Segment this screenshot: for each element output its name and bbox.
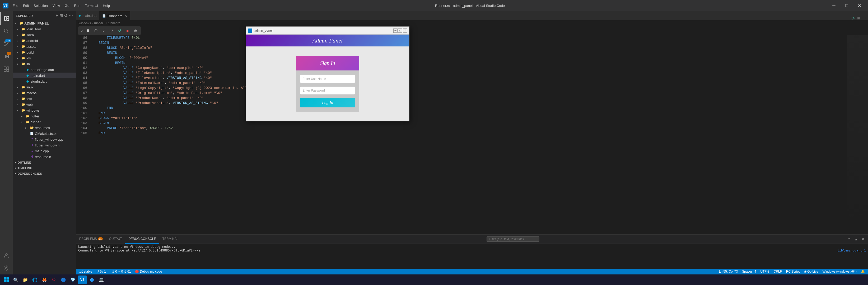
tree-item-main-dart[interactable]: ◆ main.dart (13, 73, 76, 78)
tree-item-lib[interactable]: ▾ 📂 lib (13, 61, 76, 67)
runner-rc-close-icon[interactable]: ✕ (124, 14, 127, 18)
taskbar-app1[interactable]: 💎 (69, 276, 77, 284)
status-live[interactable]: ◉ Go Live (803, 269, 819, 275)
tree-item-resources[interactable]: ▸ 📂 resources (13, 125, 76, 131)
panel-tab-terminal[interactable]: TERMINAL (159, 235, 182, 244)
status-platform[interactable]: Windows (windows-x64) (822, 269, 858, 275)
timeline-section[interactable]: ▸ TIMELINE (13, 165, 76, 171)
tree-item-macos[interactable]: ▸ 📂 macos (13, 90, 76, 96)
taskbar-files[interactable]: 📁 (21, 276, 30, 284)
debug-link[interactable]: lib\main.dart:1 (837, 249, 866, 252)
status-line-ending[interactable]: CRLF (773, 269, 783, 275)
menu-run[interactable]: Run (72, 3, 83, 9)
menu-edit[interactable]: Edit (21, 3, 31, 9)
status-language[interactable]: RC Script (785, 269, 801, 275)
run-without-debug-icon[interactable]: ▷ (851, 15, 855, 20)
code-editor[interactable]: 86 87 88 89 90 91 92 93 94 95 96 97 98 9… (76, 35, 868, 234)
debug-step-into-btn[interactable]: ↙ (100, 27, 107, 34)
taskbar-chrome[interactable]: 🔵 (59, 276, 68, 284)
menu-go[interactable]: Go (63, 3, 71, 9)
debug-restart-btn[interactable]: ↺ (116, 27, 123, 34)
refresh-icon[interactable]: ↺ (64, 13, 68, 18)
breadcrumb-runner[interactable]: runner (94, 22, 103, 25)
panel-filter-input[interactable] (487, 237, 539, 242)
debug-stop-btn[interactable]: ■ (124, 27, 131, 34)
tree-item-windows[interactable]: ▾ 📂 windows (13, 107, 76, 113)
taskbar-search[interactable]: 🔍 (11, 276, 20, 284)
menu-terminal[interactable]: Terminal (83, 3, 100, 9)
preview-password-input[interactable]: Enter Password (300, 86, 355, 95)
tree-item-idea[interactable]: ▸ 📂 .idea (13, 32, 76, 38)
menu-file[interactable]: File (10, 3, 20, 9)
debug-step-out-btn[interactable]: ↗ (108, 27, 116, 34)
menu-view[interactable]: View (51, 3, 62, 9)
close-button[interactable]: ✕ (853, 2, 865, 9)
tree-root[interactable]: ▾ 📁 ADMIN_PANEL (13, 20, 76, 26)
status-sync[interactable]: ↺ 5↓ 1↑ (95, 269, 108, 275)
preview-maximize[interactable]: □ (398, 29, 402, 33)
status-errors[interactable]: ⊗ 0 △ 0 ⊙ 61 (111, 269, 132, 275)
preview-username-input[interactable]: Enter UserName (300, 75, 355, 83)
activity-search[interactable] (0, 25, 13, 37)
preview-minimize[interactable]: ─ (393, 29, 398, 33)
menu-help[interactable]: Help (101, 3, 112, 9)
dependencies-section[interactable]: ▸ DEPENDENCIES (13, 171, 76, 176)
status-encoding[interactable]: UTF-8 (760, 269, 771, 275)
more-actions-icon[interactable]: ⋯ (862, 16, 866, 20)
tree-item-build[interactable]: ▸ 📂 build (13, 49, 76, 55)
menu-selection[interactable]: Selection (31, 3, 50, 9)
status-position[interactable]: Ln 55, Col 73 (718, 269, 739, 275)
new-folder-icon[interactable]: ⊞ (59, 13, 63, 18)
collapse-all-icon[interactable]: ⋯ (69, 13, 73, 18)
tree-item-linux[interactable]: ▸ 📂 linux (13, 84, 76, 90)
taskbar-start[interactable] (2, 276, 10, 284)
breadcrumb-runner-rc[interactable]: Runner.rc (106, 22, 120, 25)
activity-settings[interactable] (0, 262, 13, 275)
panel-action-close[interactable]: ✕ (860, 236, 866, 242)
status-branch[interactable]: ⎇ stable (78, 269, 93, 275)
taskbar-app3[interactable]: 💻 (97, 276, 106, 284)
tree-item-assets[interactable]: ▸ 📂 assets (13, 43, 76, 49)
tree-item-ios[interactable]: ▸ 📂 ios (13, 55, 76, 61)
panel-tab-debug-console[interactable]: DEBUG CONSOLE (125, 235, 159, 244)
taskbar-app2[interactable]: 🔷 (88, 276, 96, 284)
status-debug[interactable]: 🔴 Debug my code (134, 269, 163, 275)
tree-item-signin-dart[interactable]: ◆ signIn.dart (13, 78, 76, 84)
tree-item-resource-h[interactable]: H resource.h (13, 154, 76, 159)
tree-item-runner[interactable]: ▾ 📂 runner (13, 119, 76, 125)
tree-item-flutter-window-cpp[interactable]: C flutter_window.cpp (13, 136, 76, 142)
panel-action-list[interactable]: ≡ (846, 236, 852, 242)
preview-close[interactable]: ✕ (403, 29, 407, 33)
tree-item-flutter-window-h[interactable]: H flutter_window.h (13, 142, 76, 148)
minimize-button[interactable]: ─ (828, 2, 840, 9)
new-file-icon[interactable]: + (56, 13, 58, 18)
taskbar-vscode[interactable]: VS (78, 276, 87, 284)
split-editor-icon[interactable]: ⊞ (857, 16, 860, 20)
taskbar-browser[interactable]: 🌐 (31, 276, 39, 284)
tree-item-web[interactable]: ▸ 📂 web (13, 102, 76, 107)
activity-run[interactable]: 1 (0, 50, 13, 63)
tree-item-dart-tool[interactable]: ▸ 📂 .dart_tool (13, 26, 76, 32)
activity-account[interactable] (0, 249, 13, 262)
outline-section[interactable]: ▸ OUTLINE (13, 159, 76, 165)
breadcrumb-windows[interactable]: windows (79, 22, 91, 25)
tree-item-homepage[interactable]: ◆ homePage.dart (13, 67, 76, 73)
tab-main-dart[interactable]: ◆ main.dart (76, 11, 100, 20)
tree-item-main-cpp[interactable]: C main.cpp (13, 148, 76, 154)
maximize-button[interactable]: □ (840, 2, 853, 9)
status-notifications[interactable]: 🔔 (860, 269, 866, 275)
tree-item-test[interactable]: ▸ 📂 test (13, 96, 76, 102)
debug-search-btn[interactable]: ⊕ (132, 27, 139, 34)
panel-tab-output[interactable]: OUTPUT (106, 235, 125, 244)
status-spaces[interactable]: Spaces: 4 (741, 269, 757, 275)
preview-login-button[interactable]: Log In (300, 98, 355, 107)
taskbar-firefox[interactable]: 🦊 (40, 276, 49, 284)
tree-item-cmake[interactable]: 📄 CMakeLists.txt (13, 131, 76, 136)
activity-explorer[interactable] (0, 12, 13, 25)
tree-item-flutter[interactable]: ▸ 📂 flutter (13, 113, 76, 119)
activity-extensions[interactable] (0, 63, 13, 75)
taskbar-opera[interactable]: O (50, 276, 58, 284)
debug-pause-btn[interactable]: ⏸ (84, 27, 92, 34)
tree-item-android[interactable]: ▸ 📂 android (13, 38, 76, 43)
tab-runner-rc[interactable]: 📄 Runner.rc ✕ (100, 11, 130, 20)
